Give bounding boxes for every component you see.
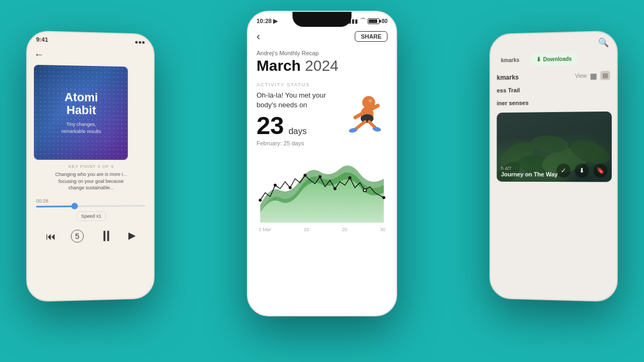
card-info: h 4/7 Journey on The Way <box>501 166 607 178</box>
phone-center: 10:28 ▶ ▮▮▮ ⌒ 80 ‹ SHARE Andrej's Monthl… <box>247 11 397 316</box>
battery-pct: 80 <box>382 18 387 24</box>
status-icons: ▮▮▮ ⌒ 80 <box>348 17 387 25</box>
svg-point-18 <box>382 196 385 200</box>
list-item-2-title: iner senses <box>497 99 610 107</box>
chart-label-1: 1 Mar <box>259 227 271 232</box>
year-text: 2024 <box>305 57 338 74</box>
bookmarks-tab[interactable]: kmarks <box>495 54 526 66</box>
card-date: h 4/7 <box>501 166 607 171</box>
download-icon: ⬇ <box>536 56 541 63</box>
downloads-tab-label: Downloads <box>543 56 572 62</box>
activity-chart: 1 Mar 10 20 30 <box>257 153 387 233</box>
time-center: 10:28 ▶ <box>257 18 277 25</box>
play-pause-button[interactable]: ⏸ <box>99 227 114 245</box>
days-unit: days <box>289 127 307 136</box>
share-button[interactable]: SHARE <box>355 31 387 42</box>
list-item-2[interactable]: iner senses <box>491 95 617 109</box>
section-bookmarks-title: kmarks <box>497 73 519 82</box>
progress-time: 00:28 <box>36 197 145 203</box>
back-button-left[interactable]: ← <box>34 49 147 63</box>
view-label: View <box>575 73 587 79</box>
book-title: AtomiHabit <box>64 91 98 117</box>
recap-month: March 2024 <box>257 57 387 75</box>
phone-left: 9:41 ●●● ← AtomiHabit Tiny changes, rema… <box>26 31 155 302</box>
book-subtitle: Tiny changes, remarkable results <box>61 121 101 135</box>
activity-label: ACTIVITY STATUS <box>257 82 387 87</box>
nav-bar-center: ‹ SHARE <box>248 27 396 46</box>
notch <box>292 12 352 27</box>
chart-label-4: 30 <box>380 227 385 232</box>
speed-button[interactable]: Speed x1 <box>76 211 106 221</box>
time-left: 9:41 <box>36 36 48 43</box>
book-cover: AtomiHabit Tiny changes, remarkable resu… <box>34 65 128 160</box>
battery-fill <box>369 19 377 23</box>
rewind-button[interactable]: ⏮ <box>46 231 56 242</box>
card-title: Journey on The Way <box>501 171 607 178</box>
back-button-center[interactable]: ‹ <box>257 30 260 42</box>
chart-label-2: 10 <box>304 227 309 232</box>
days-count: 23 <box>257 112 284 139</box>
chart-label-3: 20 <box>342 227 347 232</box>
key-point-label: KEY POINT 3 OF 9 <box>34 164 147 169</box>
svg-line-5 <box>355 122 365 129</box>
wifi-icon: ⌒ <box>360 17 365 25</box>
svg-point-14 <box>319 175 322 179</box>
view-options: View ▦ ▤ <box>575 71 610 80</box>
list-item-1[interactable]: ess Trail <box>491 82 617 97</box>
svg-point-17 <box>363 189 367 192</box>
svg-point-9 <box>369 99 372 102</box>
content-card[interactable]: ✓ ⬇ 🔖 h 4/7 Journey on The Way <box>497 112 612 182</box>
svg-point-15 <box>333 187 336 190</box>
progress-container: 00:28 <box>34 197 147 208</box>
activity-content: Oh-la-la! You met your body's needs on 2… <box>257 91 387 146</box>
svg-point-12 <box>289 187 292 190</box>
progress-fill <box>36 205 75 208</box>
section-header-right: kmarks View ▦ ▤ <box>491 67 617 84</box>
search-icon-top[interactable]: 🔍 <box>598 37 609 48</box>
key-text: Changing who you are is more i... focusi… <box>34 171 147 191</box>
svg-point-10 <box>259 199 262 202</box>
activity-section: ACTIVITY STATUS Oh-la-la! You met your b… <box>257 82 387 146</box>
recap-label: Andrej's Monthly Recap <box>257 50 387 56</box>
month-text: March <box>257 57 301 74</box>
list-view-icon[interactable]: ▤ <box>601 71 610 80</box>
grid-view-icon[interactable]: ▦ <box>590 71 597 80</box>
svg-point-16 <box>348 176 352 180</box>
forward-button[interactable]: ▶ <box>128 230 136 241</box>
svg-point-11 <box>274 184 277 187</box>
activity-desc: Oh-la-la! You met your body's needs on <box>257 91 339 110</box>
battery-icon <box>368 18 379 24</box>
tabs-row: kmarks ⬇ Downloads <box>491 49 617 69</box>
prev-month-text: February: 25 days <box>257 140 339 146</box>
back5-button[interactable]: 5 <box>71 230 84 242</box>
phone-right: 🔍 kmarks ⬇ Downloads kmarks View ▦ ▤ ess… <box>489 31 618 302</box>
days-count-row: 23 days <box>257 113 339 138</box>
bookmarks-tab-label: kmarks <box>501 57 519 63</box>
chart-labels: 1 Mar 10 20 30 <box>257 227 387 232</box>
main-content-center: Andrej's Monthly Recap March 2024 ACTIVI… <box>248 46 396 238</box>
playback-controls: ⏮ 5 ⏸ ▶ <box>34 226 147 246</box>
activity-text-area: Oh-la-la! You met your body's needs on 2… <box>257 91 339 146</box>
runner-illustration <box>339 91 387 139</box>
svg-point-13 <box>304 174 307 177</box>
list-item-1-title: ess Trail <box>497 85 610 93</box>
downloads-tab[interactable]: ⬇ Downloads <box>530 53 578 66</box>
